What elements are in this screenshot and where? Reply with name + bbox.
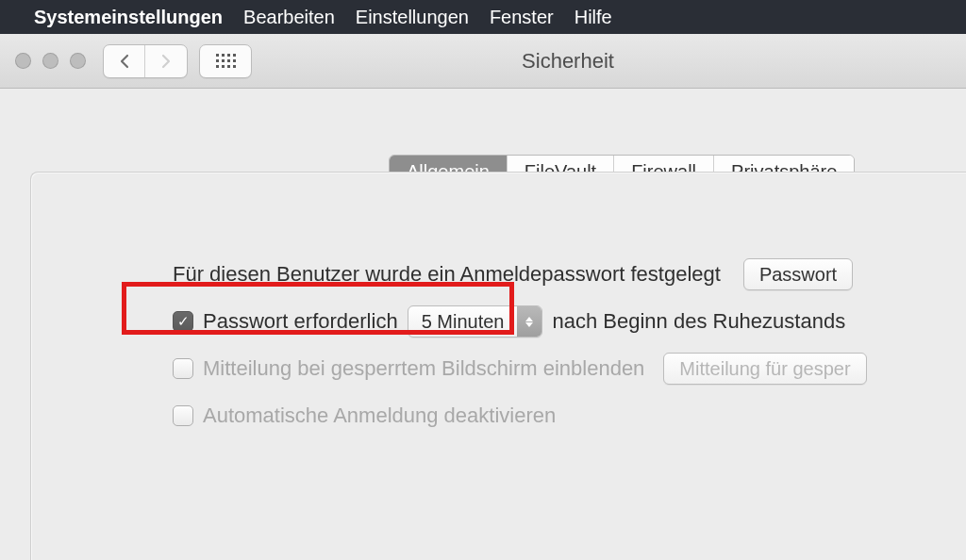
- chevron-right-icon: [160, 54, 172, 69]
- login-password-set-label: Für diesen Benutzer wurde ein Anmeldepas…: [173, 262, 721, 287]
- disable-auto-login-label: Automatische Anmeldung deaktivieren: [203, 404, 556, 428]
- nav-forward-button[interactable]: [145, 45, 187, 77]
- disable-auto-login-row: Automatische Anmeldung deaktivieren: [173, 399, 966, 433]
- grid-icon: [216, 54, 236, 68]
- zoom-window-button[interactable]: [70, 53, 86, 69]
- prefpane-body: Allgemein FileVault Firewall Privatsphär…: [0, 89, 966, 560]
- window-traffic-lights: [15, 53, 86, 69]
- panel: Für diesen Benutzer wurde ein Anmeldepas…: [30, 172, 966, 560]
- minimize-window-button[interactable]: [42, 53, 58, 69]
- require-password-delay-value: 5 Minuten: [408, 306, 518, 337]
- stepper-icon: [517, 306, 541, 337]
- require-password-checkbox[interactable]: ✓: [173, 311, 193, 332]
- nav-back-forward: [103, 44, 188, 78]
- lock-message-row: Mitteilung bei gesperrtem Bildschirm ein…: [173, 352, 966, 386]
- content: Für diesen Benutzer wurde ein Anmeldepas…: [31, 229, 966, 433]
- disable-auto-login-checkbox[interactable]: [173, 405, 193, 426]
- after-sleep-label: nach Beginn des Ruhezustands: [552, 309, 845, 334]
- menu-edit[interactable]: Bearbeiten: [243, 7, 335, 28]
- window-title: Sicherheit: [522, 49, 614, 74]
- change-password-button[interactable]: Passwort: [743, 258, 853, 290]
- menu-window[interactable]: Fenster: [490, 7, 554, 28]
- show-all-prefs-button[interactable]: [199, 44, 252, 78]
- window-toolbar: Sicherheit: [0, 34, 966, 89]
- require-password-label: Passwort erforderlich: [203, 309, 398, 334]
- menu-settings[interactable]: Einstellungen: [356, 7, 469, 28]
- app-menu[interactable]: Systemeinstellungen: [34, 7, 223, 28]
- close-window-button[interactable]: [15, 53, 31, 69]
- login-password-row: Für diesen Benutzer wurde ein Anmeldepas…: [173, 257, 966, 291]
- nav-back-button[interactable]: [104, 45, 145, 77]
- require-password-row: ✓ Passwort erforderlich 5 Minuten nach B…: [173, 305, 966, 338]
- menubar: Systemeinstellungen Bearbeiten Einstellu…: [0, 0, 966, 34]
- show-lock-message-checkbox[interactable]: [173, 358, 193, 379]
- menu-help[interactable]: Hilfe: [575, 7, 612, 28]
- set-lock-message-button[interactable]: Mitteilung für gesper: [663, 353, 866, 385]
- require-password-delay-select[interactable]: 5 Minuten: [408, 305, 543, 338]
- show-lock-message-label: Mitteilung bei gesperrtem Bildschirm ein…: [203, 356, 644, 381]
- chevron-left-icon: [119, 54, 130, 69]
